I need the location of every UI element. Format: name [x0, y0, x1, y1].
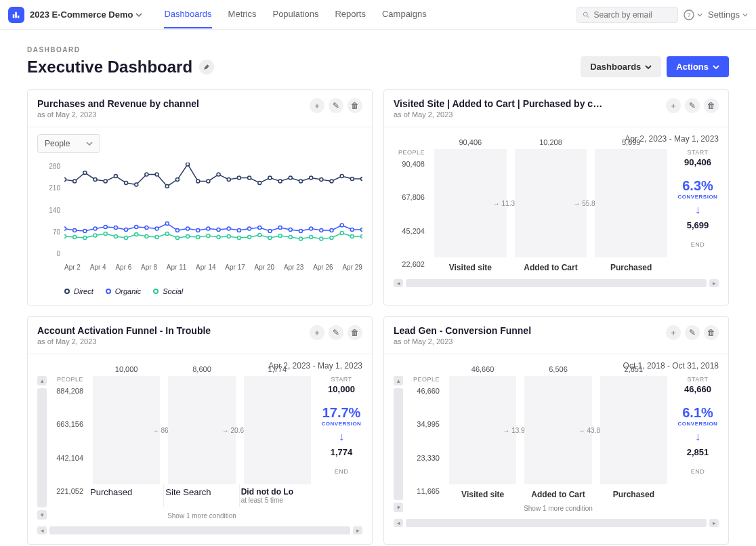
search-box[interactable]: [576, 7, 678, 23]
scroll-track[interactable]: [406, 279, 707, 287]
scroll-right-icon[interactable]: ▸: [353, 526, 362, 534]
svg-point-16: [186, 163, 190, 166]
svg-point-69: [114, 235, 117, 238]
scroll-up-icon[interactable]: ▴: [37, 376, 47, 385]
card-edit-button[interactable]: ✎: [329, 98, 343, 113]
scroll-track[interactable]: [37, 388, 47, 507]
show-more-link[interactable]: Show 1 more condition: [445, 505, 671, 512]
svg-point-7: [93, 178, 97, 182]
svg-point-46: [186, 227, 190, 230]
dashboards-dropdown[interactable]: Dashboards: [581, 56, 661, 77]
scroll-down-icon[interactable]: ▾: [394, 503, 403, 512]
nav-populations[interactable]: Populations: [272, 1, 318, 28]
funnel-step-label: Did not do Loat least 5 time: [240, 484, 315, 507]
metric-select[interactable]: People: [37, 134, 100, 153]
page-content: DASHBOARD Executive Dashboard Dashboards…: [0, 30, 756, 546]
scroll-right-icon[interactable]: ▸: [709, 519, 719, 527]
trash-icon: 🗑: [707, 328, 715, 337]
svg-point-33: [361, 177, 363, 181]
card-add-button[interactable]: ＋: [666, 98, 681, 113]
card-delete-button[interactable]: 🗑: [348, 98, 362, 113]
help-menu[interactable]: ?: [684, 9, 702, 20]
settings-menu[interactable]: Settings: [708, 9, 748, 20]
svg-point-0: [583, 12, 587, 16]
scroll-right-icon[interactable]: ▸: [709, 279, 719, 287]
chevron-down-icon: [645, 64, 652, 70]
nav-reports[interactable]: Reports: [335, 1, 366, 28]
show-more-link[interactable]: Show 1 more condition: [89, 512, 315, 520]
card-edit-button[interactable]: ✎: [329, 325, 343, 340]
pencil-icon: [203, 64, 210, 70]
horizontal-scrollbar[interactable]: ◂ ▸: [394, 279, 719, 287]
svg-point-38: [104, 226, 107, 229]
app-logo[interactable]: [8, 7, 24, 23]
scroll-up-icon[interactable]: ▴: [394, 376, 403, 385]
card-edit-button[interactable]: ✎: [685, 98, 700, 113]
svg-point-77: [196, 236, 200, 239]
svg-point-17: [196, 180, 200, 183]
card-account-activation: Account Activation Funnel - In Trouble a…: [27, 316, 373, 545]
card-edit-button[interactable]: ✎: [685, 325, 700, 340]
card-delete-button[interactable]: 🗑: [704, 98, 719, 113]
svg-point-88: [310, 236, 313, 239]
card-title: Visited Site | Added to Cart | Purchased…: [394, 98, 602, 109]
scroll-down-icon[interactable]: ▾: [37, 510, 47, 520]
card-add-button[interactable]: ＋: [310, 98, 324, 113]
search-input[interactable]: [594, 10, 673, 20]
horizontal-scrollbar[interactable]: ◂ ▸: [37, 526, 362, 534]
card-title: Lead Gen - Conversion Funnel: [394, 325, 531, 336]
scroll-left-icon[interactable]: ◂: [394, 519, 403, 527]
svg-point-89: [320, 237, 323, 240]
trash-icon: 🗑: [351, 101, 359, 110]
svg-point-27: [299, 180, 302, 183]
card-add-button[interactable]: ＋: [666, 325, 681, 340]
svg-point-32: [350, 177, 354, 181]
legend-direct[interactable]: Direct: [64, 287, 93, 295]
svg-point-93: [361, 235, 363, 238]
edit-title-button[interactable]: [199, 60, 214, 75]
funnel-step-label: Visited site: [445, 490, 520, 499]
nav-dashboards[interactable]: Dashboards: [164, 1, 211, 28]
svg-point-11: [135, 183, 138, 186]
scroll-left-icon[interactable]: ◂: [394, 279, 403, 287]
card-visited-funnel: Visited Site | Added to Cart | Purchased…: [383, 89, 729, 306]
horizontal-scrollbar[interactable]: ◂ ▸: [394, 519, 719, 527]
vertical-scrollbar[interactable]: ▴ ▾: [394, 376, 403, 512]
scroll-left-icon[interactable]: ◂: [37, 526, 47, 534]
scroll-track[interactable]: [394, 388, 403, 500]
svg-point-59: [320, 229, 323, 232]
breadcrumb: DASHBOARD: [27, 46, 729, 54]
plus-icon: ＋: [669, 100, 677, 112]
svg-point-6: [83, 171, 87, 175]
legend-social[interactable]: Social: [153, 287, 183, 295]
svg-point-15: [175, 178, 179, 182]
card-lead-gen: Lead Gen - Conversion Funnel as of May 2…: [383, 316, 729, 545]
actions-dropdown[interactable]: Actions: [667, 56, 729, 77]
arrow-down-icon: ↓: [320, 431, 362, 443]
scroll-track[interactable]: [49, 526, 350, 534]
card-subtitle: as of May 2, 2023: [37, 337, 211, 345]
project-switcher[interactable]: 2023 E-Commerce Demo: [30, 9, 142, 20]
svg-point-87: [299, 237, 302, 240]
svg-point-18: [207, 180, 210, 183]
trash-icon: 🗑: [707, 101, 715, 110]
svg-point-36: [83, 230, 87, 233]
svg-point-79: [217, 236, 220, 239]
project-name: 2023 E-Commerce Demo: [30, 9, 133, 20]
svg-point-9: [114, 175, 117, 178]
line-chart: 280210140700 Apr 2Apr 4Apr 6Apr 8Apr 11A…: [37, 163, 362, 271]
legend-organic[interactable]: Organic: [106, 287, 142, 295]
card-delete-button[interactable]: 🗑: [704, 325, 719, 340]
funnel-step-label: Purchased: [89, 484, 164, 507]
help-icon: ?: [684, 9, 694, 20]
card-delete-button[interactable]: 🗑: [348, 325, 362, 340]
svg-point-54: [268, 230, 272, 233]
svg-point-31: [340, 175, 343, 178]
card-add-button[interactable]: ＋: [310, 325, 324, 340]
nav-campaigns[interactable]: Campaigns: [382, 1, 427, 28]
vertical-scrollbar[interactable]: ▴ ▾: [37, 376, 47, 520]
svg-point-42: [145, 226, 148, 230]
chevron-down-icon: [742, 12, 748, 18]
nav-metrics[interactable]: Metrics: [228, 1, 257, 28]
scroll-track[interactable]: [406, 519, 707, 527]
